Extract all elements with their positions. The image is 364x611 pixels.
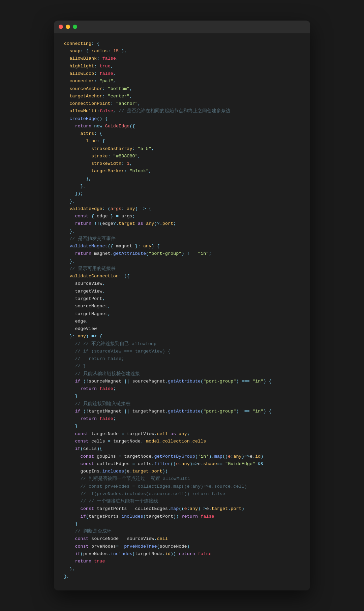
close-button[interactable] xyxy=(59,25,63,29)
minimize-button[interactable] xyxy=(66,25,70,29)
titlebar xyxy=(54,21,310,33)
maximize-button[interactable] xyxy=(73,25,77,29)
code-content: connecting: { snap: { radius: 15 }, allo… xyxy=(54,33,310,590)
code-editor-window: connecting: { snap: { radius: 15 }, allo… xyxy=(54,21,310,590)
